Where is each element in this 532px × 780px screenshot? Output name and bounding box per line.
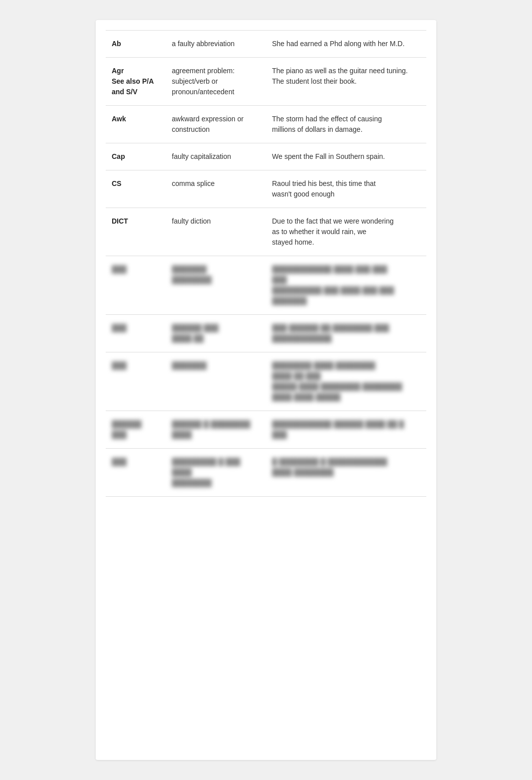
abbr-cell: CS — [106, 170, 166, 208]
meaning-cell: agreement problem: subject/verb or prono… — [166, 58, 266, 106]
abbr-cell: Ab — [106, 31, 166, 58]
table-row: DICTfaulty dictionDue to the fact that w… — [106, 208, 426, 256]
example-cell: Raoul tried his best, this time that was… — [266, 170, 426, 208]
meaning-cell: ██████ █ ████████ ████ — [166, 411, 266, 449]
meaning-cell: ███████ — [166, 352, 266, 411]
meaning-cell: a faulty abbreviation — [166, 31, 266, 58]
abbr-cell: ███ — [106, 449, 166, 497]
meaning-cell: ██████ ███ ████ ██ — [166, 315, 266, 352]
abbr-cell: ███ — [106, 256, 166, 315]
example-cell: We spent the Fall in Southern spain. — [266, 143, 426, 170]
table-row: Aba faulty abbreviationShe had earned a … — [106, 31, 426, 58]
table-row: ██████████ ████████████████████ ████ ███… — [106, 256, 426, 315]
table-row: ██████ █████████ █ ████████ ████████████… — [106, 411, 426, 449]
example-cell: She had earned a Phd along with her M.D. — [266, 31, 426, 58]
meaning-cell: faulty diction — [166, 208, 266, 256]
meaning-cell: comma splice — [166, 170, 266, 208]
example-cell: ███ ██████ ██ ████████ ███ ████████████ — [266, 315, 426, 352]
table-row: █████████ ███ ████ █████ ██████ ██ █████… — [106, 315, 426, 352]
abbr-cell: Cap — [106, 143, 166, 170]
example-cell: Due to the fact that we were wondering a… — [266, 208, 426, 256]
example-cell: ████████████ ████ ███ ███ ███ ██████████… — [266, 256, 426, 315]
abbr-cell: ██████ ███ — [106, 411, 166, 449]
example-cell: ████████████ ██████ ████ ██ █ ███ — [266, 411, 426, 449]
table-row: Awkawkward expression or constructionThe… — [106, 106, 426, 143]
page-container: Aba faulty abbreviationShe had earned a … — [96, 20, 436, 760]
table-row: CScomma spliceRaoul tried his best, this… — [106, 170, 426, 208]
example-cell: ████████ ████ ████████ ████ ██ ███ █████… — [266, 352, 426, 411]
meaning-cell: awkward expression or construction — [166, 106, 266, 143]
example-cell: The storm had the effect of causing mill… — [266, 106, 426, 143]
reference-table: Aba faulty abbreviationShe had earned a … — [106, 30, 426, 497]
example-cell: The piano as well as the guitar need tun… — [266, 58, 426, 106]
abbr-cell: Agr See also P/A and S/V — [106, 58, 166, 106]
example-cell: █ ████████ █ ████████████ ████ ████████ — [266, 449, 426, 497]
abbr-cell: Awk — [106, 106, 166, 143]
meaning-cell: faulty capitalization — [166, 143, 266, 170]
meaning-cell: ███████ ████████ — [166, 256, 266, 315]
table-row: Agr See also P/A and S/Vagreement proble… — [106, 58, 426, 106]
meaning-cell: █████████ █ ███ ████ ████████ — [166, 449, 266, 497]
table-row: ██████████████████ ████ ████████ ████ ██… — [106, 352, 426, 411]
abbr-cell: ███ — [106, 352, 166, 411]
table-row: ████████████ █ ███ ████ █████████ ██████… — [106, 449, 426, 497]
table-row: Capfaulty capitalizationWe spent the Fal… — [106, 143, 426, 170]
abbr-cell: DICT — [106, 208, 166, 256]
abbr-cell: ███ — [106, 315, 166, 352]
